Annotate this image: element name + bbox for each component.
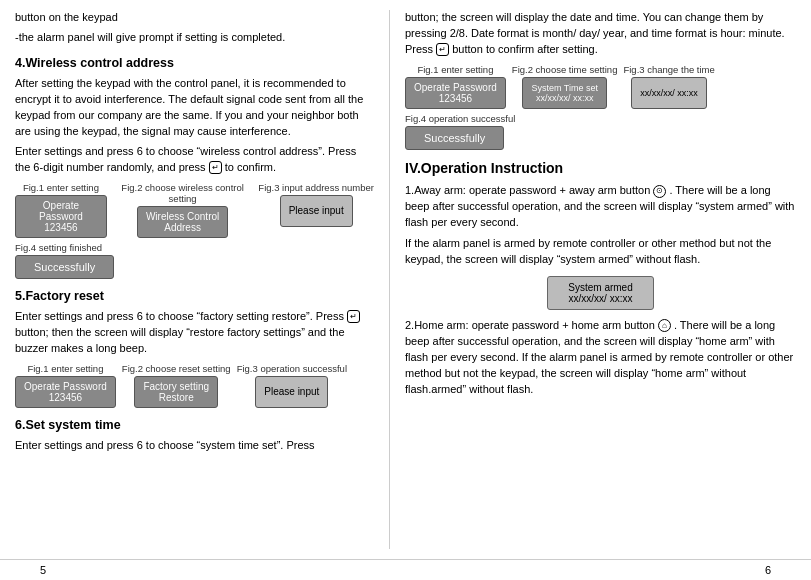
fig5-2-box: Factory setting Restore — [134, 376, 218, 408]
section4-p2: Enter settings and press 6 to choose “wi… — [15, 144, 374, 176]
success-box-1: Successfully — [15, 255, 114, 279]
section6-p1: Enter settings and press 6 to choose “sy… — [15, 438, 374, 454]
fig5-3-label: Fig.3 operation successful — [237, 363, 347, 374]
op1-p2: If the alarm panel is armed by remote co… — [405, 236, 796, 268]
right-fig3-group: Fig.3 change the time xx/xx/xx/ xx:xx — [623, 64, 714, 109]
footer: 5 6 — [0, 559, 811, 580]
right-fig2-box: System Time set xx/xx/xx/ xx:xx — [522, 77, 607, 109]
fig4-row: Fig.4 setting finished Successfully — [15, 242, 374, 279]
page-left: 5 — [40, 564, 46, 576]
fig5-3-box: Please input — [255, 376, 328, 408]
fig5-2-label: Fig.2 choose reset setting — [122, 363, 231, 374]
section5-title: 5.Factory reset — [15, 287, 374, 305]
section5: 5.Factory reset Enter settings and press… — [15, 287, 374, 357]
section6: 6.Set system time Enter settings and pre… — [15, 416, 374, 454]
page-right: 6 — [765, 564, 771, 576]
fig5-1-group: Fig.1 enter setting Operate Password 123… — [15, 363, 116, 408]
enter-icon-2: ↵ — [347, 310, 360, 323]
iv-section: IV.Operation Instruction 1.Away arm: ope… — [405, 158, 796, 268]
right-intro: button; the screen will display the date… — [405, 10, 796, 58]
intro-line2: -the alarm panel will give prompt if set… — [15, 30, 374, 46]
section4-fig-row: Fig.1 enter setting Operate Password 123… — [15, 182, 374, 238]
fig3-box: Please input — [280, 195, 353, 227]
section4-p1: After setting the keypad with the contro… — [15, 76, 374, 140]
fig5-1-box: Operate Password 123456 — [15, 376, 116, 408]
right-column: button; the screen will display the date… — [390, 10, 811, 549]
left-column: button on the keypad -the alarm panel wi… — [0, 10, 390, 549]
iv-title: IV.Operation Instruction — [405, 158, 796, 178]
section6-fig-row: Fig.1 enter setting Operate Password 123… — [405, 64, 796, 109]
right-fig3-box: xx/xx/xx/ xx:xx — [631, 77, 707, 109]
op1-p1: 1.Away arm: operate password + away arm … — [405, 183, 796, 231]
fig3-group: Fig.3 input address number Please input — [258, 182, 374, 227]
fig2-group: Fig.2 choose wireless control setting Wi… — [113, 182, 253, 238]
success-box-2: Successfully — [405, 126, 504, 150]
right-fig1-group: Fig.1 enter setting Operate Password 123… — [405, 64, 506, 109]
fig1-box: Operate Password 123456 — [15, 195, 107, 238]
home-arm-icon: ⌂ — [658, 319, 671, 332]
op2-p1: 2.Home arm: operate password + home arm … — [405, 318, 796, 398]
section5-fig-row: Fig.1 enter setting Operate Password 123… — [15, 363, 374, 408]
right-fig2-group: Fig.2 choose time setting System Time se… — [512, 64, 618, 109]
fig5-2-group: Fig.2 choose reset setting Factory setti… — [122, 363, 231, 408]
enter-icon: ↵ — [209, 161, 222, 174]
fig1-group: Fig.1 enter setting Operate Password 123… — [15, 182, 107, 238]
enter-icon-3: ↵ — [436, 43, 449, 56]
system-armed-box: System armed xx/xx/xx/ xx:xx — [547, 276, 653, 310]
right-fig4-row: Fig.4 operation successful Successfully — [405, 113, 796, 150]
right-fig3-label: Fig.3 change the time — [623, 64, 714, 75]
right-fig1-label: Fig.1 enter setting — [417, 64, 493, 75]
intro-line1: button on the keypad — [15, 10, 374, 26]
system-armed-wrap: System armed xx/xx/xx/ xx:xx — [405, 276, 796, 310]
fig1-label: Fig.1 enter setting — [23, 182, 99, 193]
section5-p1: Enter settings and press 6 to choose “fa… — [15, 309, 374, 357]
fig5-1-label: Fig.1 enter setting — [27, 363, 103, 374]
section6-title: 6.Set system time — [15, 416, 374, 434]
fig4-label: Fig.4 setting finished — [15, 242, 374, 253]
away-arm-icon: ⊙ — [653, 185, 666, 198]
fig2-label: Fig.2 choose wireless control setting — [113, 182, 253, 204]
fig3-label: Fig.3 input address number — [258, 182, 374, 193]
right-fig4-label: Fig.4 operation successful — [405, 113, 796, 124]
right-fig2-label: Fig.2 choose time setting — [512, 64, 618, 75]
right-fig1-box: Operate Password 123456 — [405, 77, 506, 109]
fig5-3-group: Fig.3 operation successful Please input — [237, 363, 347, 408]
fig2-box: Wireless Control Address — [137, 206, 228, 238]
section4-title: 4.Wireless control address — [15, 54, 374, 72]
